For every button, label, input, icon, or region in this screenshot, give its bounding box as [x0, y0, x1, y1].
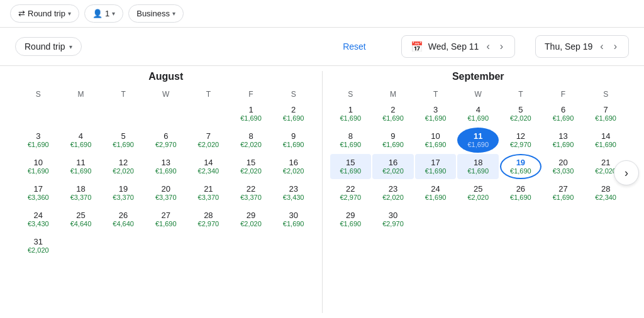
day-cell[interactable]: 8€2,020	[230, 128, 272, 153]
day-cell[interactable]: 7€2,020	[188, 128, 230, 153]
day-cell[interactable]: 1€1,690	[230, 101, 272, 126]
day-cell[interactable]: 22€2,970	[330, 180, 372, 206]
day-cell[interactable]: 6€2,970	[145, 128, 187, 153]
day-cell[interactable]: 24€3,430	[18, 207, 59, 232]
day-cell[interactable]: 16€2,020	[372, 154, 414, 179]
day-cell[interactable]: 19€3,370	[103, 180, 144, 206]
day-cell[interactable]: 14€1,690	[585, 128, 626, 153]
day-cell[interactable]: 28€2,970	[188, 207, 230, 232]
day-cell[interactable]: 8€1,690	[330, 128, 372, 153]
day-cell[interactable]: 17€3,360	[18, 180, 59, 206]
day-cell[interactable]: 12€2,970	[500, 128, 541, 153]
september-grid: S M T W T F S	[330, 87, 627, 101]
cal-header: Round trip ▾ Reset 📅 Wed, Sep 11 ‹ › Thu…	[0, 28, 644, 66]
calendar-next-btn[interactable]: ›	[614, 160, 639, 185]
day-cell[interactable]: 13€1,690	[543, 128, 584, 153]
cal-round-trip-btn[interactable]: Round trip ▾	[15, 37, 82, 56]
return-prev-btn[interactable]: ‹	[597, 40, 606, 53]
return-next-btn[interactable]: ›	[611, 40, 619, 53]
day-cell[interactable]: 3€1,690	[415, 101, 457, 126]
day-cell[interactable]: 24€1,690	[415, 180, 457, 206]
day-cell[interactable]: 29€1,690	[330, 207, 372, 232]
day-cell[interactable]: 12€2,020	[103, 154, 144, 179]
day-cell[interactable]: 4€1,690	[457, 101, 499, 126]
day-cell[interactable]: 28€2,340	[585, 180, 626, 206]
day-cell[interactable]: 4€1,690	[60, 128, 102, 153]
day-cell-empty	[60, 101, 102, 126]
passengers-btn[interactable]: 👤 1 ▾	[84, 4, 123, 23]
day-cell[interactable]: 30€1,690	[273, 207, 314, 232]
august-days: 1€1,6902€1,6903€1,6904€1,6905€1,6906€2,9…	[18, 101, 314, 258]
day-cell[interactable]: 15€2,020	[230, 154, 272, 179]
class-btn[interactable]: Business ▾	[128, 4, 184, 23]
august-title: August	[18, 71, 314, 82]
day-cell[interactable]: 26€4,640	[103, 207, 144, 232]
september-days: 1€1,6902€1,6903€1,6904€1,6905€2,0206€1,6…	[330, 101, 627, 232]
day-cell[interactable]: 16€2,020	[273, 154, 314, 179]
day-cell[interactable]: 18€1,690	[457, 154, 499, 179]
august-grid: S M T W T F S	[18, 87, 314, 101]
day-cell[interactable]: 5€1,690	[103, 128, 144, 153]
day-cell[interactable]: 5€2,020	[500, 101, 541, 126]
day-cell[interactable]: 1€1,690	[330, 101, 372, 126]
day-cell[interactable]: 25€4,640	[60, 207, 102, 232]
departure-date-selector[interactable]: 📅 Wed, Sep 11 ‹ ›	[401, 35, 515, 58]
day-cell[interactable]: 31€2,020	[18, 233, 59, 258]
day-cell[interactable]: 23€2,020	[372, 180, 414, 206]
aug-header-s: S	[18, 87, 59, 101]
departure-prev-btn[interactable]: ‹	[484, 40, 492, 53]
day-cell[interactable]: 27€1,690	[145, 207, 187, 232]
person-icon: 👤	[92, 9, 103, 18]
sep-header-t1: T	[415, 87, 457, 101]
day-cell[interactable]: 10€1,690	[18, 154, 59, 179]
departure-date: Wed, Sep 11	[428, 41, 479, 52]
day-cell[interactable]: 3€1,690	[18, 128, 59, 153]
day-cell[interactable]: 30€2,970	[372, 207, 414, 232]
day-cell[interactable]: 23€3,430	[273, 180, 314, 206]
calendar-icon: 📅	[411, 41, 423, 53]
sep-header-s: S	[330, 87, 372, 101]
day-cell[interactable]: 19€1,690	[500, 154, 541, 179]
day-cell[interactable]: 7€1,690	[585, 101, 626, 126]
day-cell[interactable]: 20€3,370	[145, 180, 187, 206]
day-cell[interactable]: 6€1,690	[543, 101, 584, 126]
day-cell[interactable]: 20€3,030	[543, 154, 584, 179]
day-cell-empty	[145, 101, 187, 126]
day-cell[interactable]: 21€3,370	[188, 180, 230, 206]
aug-header-s2: S	[273, 87, 314, 101]
september-calendar: September S M T W T F S 1€1,6902€1,6903€…	[323, 66, 635, 318]
day-cell[interactable]: 13€1,690	[145, 154, 187, 179]
roundtrip-icon: ⇄	[18, 9, 25, 18]
day-cell[interactable]: 10€1,690	[415, 128, 457, 153]
sep-header-w: W	[457, 87, 499, 101]
sep-header-t2: T	[500, 87, 541, 101]
day-cell-empty	[103, 101, 144, 126]
day-cell[interactable]: 25€2,020	[457, 180, 499, 206]
day-cell[interactable]: 9€1,690	[372, 128, 414, 153]
day-cell[interactable]: 11€1,690	[457, 128, 499, 153]
day-cell[interactable]: 17€1,690	[415, 154, 457, 179]
day-cell[interactable]: 14€2,340	[188, 154, 230, 179]
calendar-overlay: Round trip ▾ Reset 📅 Wed, Sep 11 ‹ › Thu…	[0, 28, 644, 318]
sep-header-m: M	[372, 87, 414, 101]
aug-header-w: W	[145, 87, 187, 101]
reset-btn[interactable]: Reset	[343, 41, 366, 52]
chevron-down-icon: ▾	[68, 10, 71, 17]
cal-round-trip-label: Round trip	[25, 41, 65, 52]
day-cell[interactable]: 9€1,690	[273, 128, 314, 153]
day-cell[interactable]: 2€1,690	[273, 101, 314, 126]
day-cell[interactable]: 27€1,690	[543, 180, 584, 206]
september-title: September	[330, 71, 627, 82]
round-trip-nav-btn[interactable]: ⇄ Round trip ▾	[10, 4, 79, 23]
day-cell[interactable]: 29€2,020	[230, 207, 272, 232]
day-cell[interactable]: 26€1,690	[500, 180, 541, 206]
day-cell[interactable]: 15€1,690	[330, 154, 372, 179]
return-date-selector[interactable]: Thu, Sep 19 ‹ ›	[535, 35, 629, 58]
chevron-down-icon: ▾	[172, 10, 175, 17]
day-cell[interactable]: 18€3,370	[60, 180, 102, 206]
departure-next-btn[interactable]: ›	[497, 40, 506, 53]
day-cell[interactable]: 11€1,690	[60, 154, 102, 179]
day-cell[interactable]: 22€3,370	[230, 180, 272, 206]
august-calendar: August S M T W T F S 1€1,6902€1,6903€1,6…	[10, 66, 322, 318]
day-cell[interactable]: 2€1,690	[372, 101, 414, 126]
